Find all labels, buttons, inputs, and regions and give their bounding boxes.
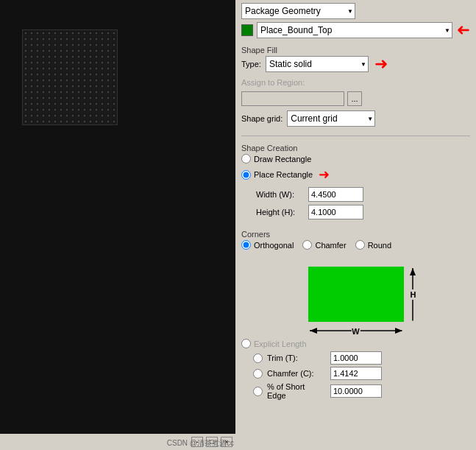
green-rect: H W (308, 267, 404, 322)
trim-radio[interactable] (253, 354, 263, 363)
explicit-length-row: Explicit Length (241, 339, 470, 348)
chamfer-row: Chamfer (C): (241, 367, 470, 380)
assign-small-btn[interactable]: ... (347, 91, 362, 106)
trim-row: Trim (T): (241, 351, 470, 365)
draw-rectangle-radio[interactable] (241, 154, 251, 164)
layer-arrow: ▼ (444, 27, 450, 34)
corners-radio-row: Orthogonal Chamfer Round (241, 240, 470, 250)
right-panel: Package Geometry ▼ Place_Bound_Top ▼ ➜ S… (235, 0, 476, 450)
round-item: Round (355, 240, 391, 250)
chamfer-label: Chamfer (315, 241, 346, 250)
explicit-length-label: Explicit Length (254, 340, 307, 348)
package-geometry-dropdown[interactable]: Package Geometry ▼ (241, 3, 355, 19)
round-radio[interactable] (355, 240, 365, 250)
width-label: Width (W): (256, 190, 304, 199)
draw-rectangle-item: Draw Rectangle (241, 154, 470, 164)
orthogonal-label: Orthogonal (254, 241, 294, 250)
grid-arrow: ▼ (367, 116, 373, 122)
place-rectangle-label: Place Rectangle (254, 170, 313, 179)
svg-marker-1 (410, 268, 416, 275)
grid-value: Current grid (291, 113, 337, 124)
shape-fill-section-label: Shape Fill (241, 46, 470, 55)
orthogonal-item: Orthogonal (241, 240, 294, 250)
layer-label: Place_Bound_Top (260, 25, 332, 35)
height-input[interactable] (308, 205, 363, 219)
divider-1 (241, 136, 470, 136)
short-edge-radio[interactable] (253, 387, 263, 396)
type-value: Static solid (269, 59, 312, 69)
h-label: H (410, 289, 417, 300)
width-input[interactable] (308, 187, 363, 202)
shape-grid-row: Shape grid: Current grid ▼ (241, 110, 470, 127)
place-rectangle-item: Place Rectangle ➜ (241, 166, 470, 183)
package-geometry-arrow: ▼ (347, 8, 353, 15)
layer-row: Place_Bound_Top ▼ ➜ (241, 22, 470, 38)
type-arrow: ▼ (360, 61, 366, 68)
assign-dropdown[interactable] (241, 91, 344, 106)
chamfer-length-input[interactable] (330, 367, 382, 380)
canvas-area (22, 29, 118, 125)
arrow-indicator-2: ➜ (374, 56, 388, 72)
place-rectangle-radio[interactable] (241, 170, 251, 180)
height-label: Height (H): (256, 208, 304, 217)
svg-marker-5 (395, 328, 402, 334)
chamfer-length-label: Chamfer (C): (267, 369, 326, 378)
color-swatch (241, 24, 253, 36)
package-geometry-label: Package Geometry (245, 6, 321, 16)
dot-pattern (23, 30, 117, 124)
width-row: Width (W): (241, 187, 470, 202)
chamfer-length-radio[interactable] (253, 369, 263, 379)
round-label: Round (368, 241, 391, 250)
trim-input[interactable] (330, 351, 382, 365)
corners-label: Corners (241, 230, 470, 239)
layer-dropdown[interactable]: Place_Bound_Top ▼ (257, 22, 452, 38)
short-edge-label: % of Short Edge (267, 382, 326, 400)
corners-section: Corners Orthogonal Chamfer Round (241, 225, 470, 256)
canvas-panel: - □ × CSDN @清茶煮酒cc (0, 0, 235, 450)
shape-creation-radios: Draw Rectangle Place Rectangle ➜ (241, 154, 470, 183)
draw-rectangle-label: Draw Rectangle (254, 155, 311, 164)
type-label: Type: (241, 60, 261, 68)
arrow-indicator-3: ➜ (319, 166, 330, 183)
preview-container: H W (308, 267, 404, 322)
arrow-indicator: ➜ (457, 22, 470, 38)
watermark: CSDN @清茶煮酒cc (167, 438, 234, 449)
grid-label: Shape grid: (241, 114, 283, 123)
explicit-length-radio[interactable] (241, 339, 251, 348)
assign-region-controls: ... (241, 91, 470, 106)
trim-label: Trim (T): (267, 354, 326, 362)
orthogonal-radio[interactable] (241, 240, 251, 250)
shape-fill-row: Type: Static solid ▼ ➜ (241, 56, 470, 72)
assign-region-row: Assign to Region: (241, 78, 470, 87)
chamfer-item: Chamfer (302, 240, 346, 250)
svg-marker-4 (310, 328, 317, 334)
shape-preview: H W (291, 256, 420, 333)
height-row: Height (H): (241, 205, 470, 219)
assign-label: Assign to Region: (241, 78, 305, 87)
package-geometry-row: Package Geometry ▼ (241, 3, 470, 19)
grid-dropdown[interactable]: Current grid ▼ (287, 110, 375, 127)
chamfer-radio[interactable] (302, 240, 312, 250)
short-edge-input[interactable] (330, 384, 382, 398)
w-label: W (351, 326, 360, 337)
short-edge-row: % of Short Edge (241, 382, 470, 400)
type-dropdown[interactable]: Static solid ▼ (266, 56, 369, 72)
shape-creation-label: Shape Creation (241, 144, 470, 152)
